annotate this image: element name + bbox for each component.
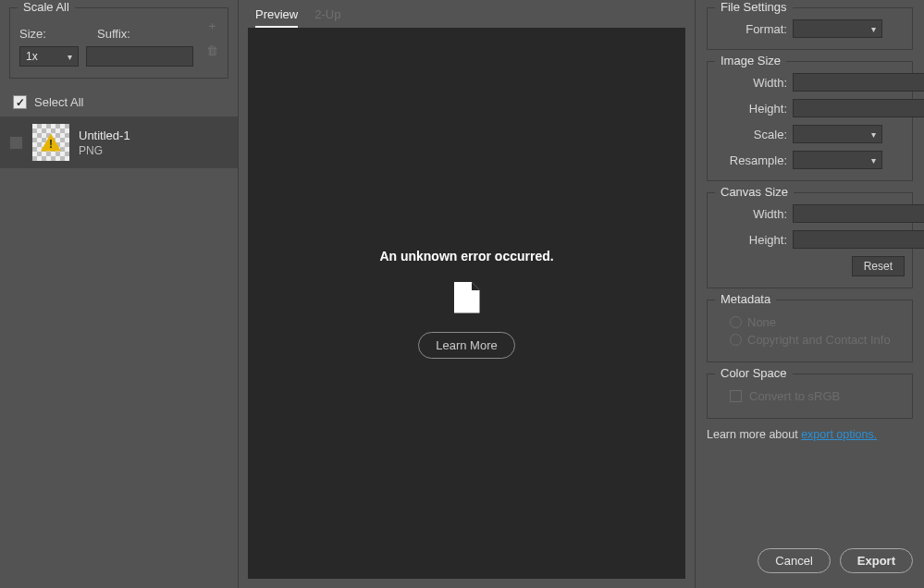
learn-more-text: Learn more about <box>707 428 801 441</box>
preview-panel: Preview 2-Up An unknown error occurred. … <box>239 0 695 588</box>
is-scale-label: Scale: <box>715 128 787 141</box>
select-all-label: Select All <box>34 95 83 109</box>
image-size-group: Image Size Width: px Height: px Scale: ▾… <box>707 61 913 181</box>
suffix-label: Suffix: <box>97 27 130 41</box>
preview-area: An unknown error occurred. Learn More <box>248 28 685 579</box>
tab-preview[interactable]: Preview <box>255 7 298 28</box>
asset-row[interactable]: ! Untitled-1 PNG <box>0 116 238 168</box>
chevron-down-icon: ▾ <box>871 129 876 140</box>
add-scale-icon[interactable]: ＋ <box>205 18 218 34</box>
asset-checkbox[interactable] <box>9 136 23 150</box>
cs-width-label: Width: <box>715 207 787 221</box>
learn-more-button[interactable]: Learn More <box>418 332 514 359</box>
delete-scale-icon[interactable]: 🗑 <box>205 43 218 57</box>
file-settings-group: File Settings Format: ▾ <box>707 7 913 50</box>
left-panel: Scale All Size: Suffix: 1x ▾ <box>0 0 239 588</box>
file-settings-title: File Settings <box>715 0 793 14</box>
metadata-title: Metadata <box>715 292 776 306</box>
size-select[interactable]: 1x ▾ <box>19 46 79 67</box>
is-width-label: Width: <box>715 76 787 90</box>
metadata-copyright-option: Copyright and Contact Info <box>730 333 905 347</box>
cs-height-input[interactable] <box>793 230 924 249</box>
format-label: Format: <box>715 22 787 36</box>
learn-more-row: Learn more about export options. <box>707 428 913 441</box>
suffix-input[interactable] <box>86 46 193 67</box>
scale-all-group: Scale All Size: Suffix: 1x ▾ <box>9 7 228 79</box>
is-resample-label: Resample: <box>715 153 787 167</box>
cs-height-label: Height: <box>715 233 787 247</box>
chevron-down-icon: ▾ <box>68 52 72 62</box>
asset-format: PNG <box>79 144 130 157</box>
convert-srgb-option: Convert to sRGB <box>730 389 905 403</box>
size-label: Size: <box>19 27 79 41</box>
is-height-label: Height: <box>715 102 787 116</box>
reset-button[interactable]: Reset <box>852 256 905 276</box>
is-resample-select[interactable]: ▾ <box>793 151 882 169</box>
canvas-size-title: Canvas Size <box>715 185 794 199</box>
export-button[interactable]: Export <box>840 548 913 573</box>
dialog-actions: Cancel Export <box>707 539 913 579</box>
chevron-down-icon: ▾ <box>871 155 876 165</box>
error-message: An unknown error occurred. <box>379 249 553 263</box>
tab-2up[interactable]: 2-Up <box>314 7 340 28</box>
canvas-size-group: Canvas Size Width: px Height: px Reset <box>707 192 913 288</box>
asset-name: Untitled-1 <box>79 129 130 142</box>
export-options-link[interactable]: export options. <box>801 428 877 441</box>
scale-all-title: Scale All <box>18 0 75 14</box>
preview-tabs: Preview 2-Up <box>248 0 685 28</box>
metadata-none-option: None <box>730 315 905 329</box>
color-space-group: Color Space Convert to sRGB <box>707 374 913 419</box>
cs-width-input[interactable] <box>793 204 924 223</box>
select-all-checkbox[interactable] <box>13 95 27 109</box>
is-width-input[interactable] <box>793 73 924 92</box>
chevron-down-icon: ▾ <box>871 24 876 34</box>
select-all-row[interactable]: Select All <box>9 88 228 116</box>
color-space-title: Color Space <box>715 366 793 380</box>
format-select[interactable]: ▾ <box>793 19 882 38</box>
metadata-group: Metadata None Copyright and Contact Info <box>707 300 913 362</box>
right-panel: File Settings Format: ▾ Image Size Width… <box>695 0 924 588</box>
file-icon <box>454 282 480 313</box>
size-value: 1x <box>26 50 38 63</box>
asset-thumbnail: ! <box>32 124 69 161</box>
cancel-button[interactable]: Cancel <box>758 548 830 573</box>
is-scale-select[interactable]: ▾ <box>793 125 882 143</box>
image-size-title: Image Size <box>715 54 786 67</box>
is-height-input[interactable] <box>793 99 924 117</box>
